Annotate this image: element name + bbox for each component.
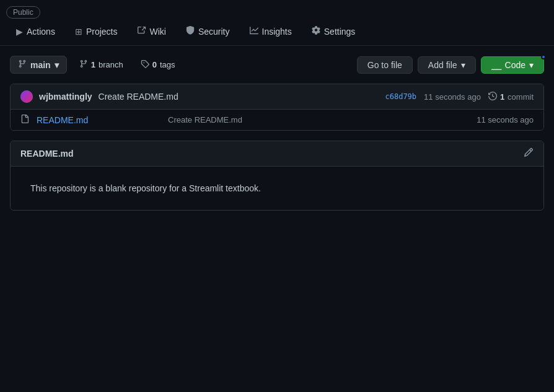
branch-name: main [30, 60, 51, 70]
commit-left: wjbmattingly Create README.md [20, 90, 178, 103]
add-file-button[interactable]: Add file ▾ [418, 56, 476, 74]
readme-body: This repository is a blank repository fo… [11, 167, 543, 210]
actions-icon: ▶ [16, 27, 23, 37]
tag-count-link[interactable]: 0 tags [136, 56, 180, 73]
settings-icon [312, 26, 320, 37]
tab-insights[interactable]: Insights [240, 19, 302, 45]
code-icon: ⎯⎯ [491, 60, 501, 70]
tab-projects-label: Projects [86, 27, 118, 37]
branch-left: main ▾ 1 branch 0 [10, 56, 180, 74]
tab-insights-label: Insights [262, 27, 292, 37]
tag-icon [141, 59, 149, 70]
branch-count-link[interactable]: 1 branch [74, 56, 128, 73]
readme-title: README.md [20, 149, 74, 159]
commit-right: c68d79b 11 seconds ago 1 commit [385, 92, 534, 102]
file-commit-message: Create README.md [168, 115, 469, 124]
tag-label: tags [160, 60, 175, 69]
add-file-label: Add file [428, 60, 457, 70]
commit-message: Create README.md [99, 92, 178, 102]
public-badge: Public [6, 6, 40, 19]
tab-wiki[interactable]: Wiki [128, 19, 176, 45]
commit-count-value: 1 [500, 92, 504, 102]
main-content: main ▾ 1 branch 0 [0, 46, 554, 220]
branch-dropdown[interactable]: main ▾ [10, 56, 67, 74]
file-name[interactable]: README.md [37, 115, 160, 125]
branch-dropdown-icon [18, 59, 27, 70]
commit-author[interactable]: wjbmattingly [39, 92, 92, 102]
tab-settings-label: Settings [324, 27, 356, 37]
projects-icon: ⊞ [75, 27, 82, 37]
goto-file-button[interactable]: Go to file [357, 56, 413, 74]
readme-edit-icon[interactable] [524, 147, 534, 160]
branch-bar: main ▾ 1 branch 0 [10, 56, 544, 74]
commit-time: 11 seconds ago [424, 92, 481, 102]
tab-wiki-label: Wiki [150, 27, 166, 37]
code-label: Code [505, 60, 525, 70]
commit-label: commit [508, 92, 534, 102]
readme-header: README.md [11, 141, 543, 167]
tag-count: 0 [152, 60, 157, 69]
tab-security-label: Security [198, 27, 230, 37]
commit-row: wjbmattingly Create README.md c68d79b 11… [11, 84, 543, 110]
notification-dot [541, 54, 546, 59]
history-icon [488, 92, 497, 102]
file-table: wjbmattingly Create README.md c68d79b 11… [10, 84, 544, 131]
table-row: README.md Create README.md 11 seconds ag… [11, 110, 543, 130]
avatar-image [20, 90, 33, 103]
goto-file-label: Go to file [367, 60, 402, 70]
tab-actions[interactable]: ▶ Actions [6, 19, 65, 45]
tab-security[interactable]: Security [176, 19, 240, 45]
avatar [20, 90, 33, 103]
file-time: 11 seconds ago [477, 115, 534, 124]
commit-count: 1 commit [488, 92, 534, 102]
tab-settings[interactable]: Settings [302, 19, 366, 45]
branch-right: Go to file Add file ▾ ⎯⎯ Code ▾ [357, 56, 544, 74]
nav-tabs: ▶ Actions ⊞ Projects Wiki Security Insig… [0, 19, 554, 46]
wiki-icon [138, 26, 146, 37]
code-arrow-icon: ▾ [529, 60, 534, 70]
tab-projects[interactable]: ⊞ Projects [65, 19, 128, 45]
branch-count-icon [79, 59, 88, 70]
security-icon [186, 26, 195, 37]
branch-dropdown-arrow: ▾ [55, 60, 59, 70]
readme-section: README.md This repository is a blank rep… [10, 141, 544, 211]
tab-actions-label: Actions [27, 27, 55, 37]
branch-label: branch [99, 60, 123, 69]
readme-text: This repository is a blank repository fo… [30, 181, 524, 195]
code-button[interactable]: ⎯⎯ Code ▾ [481, 56, 544, 74]
add-file-arrow-icon: ▾ [461, 60, 465, 70]
insights-icon [250, 26, 258, 37]
branch-count: 1 [91, 60, 95, 69]
commit-sha[interactable]: c68d79b [385, 92, 417, 101]
file-icon [20, 115, 29, 125]
